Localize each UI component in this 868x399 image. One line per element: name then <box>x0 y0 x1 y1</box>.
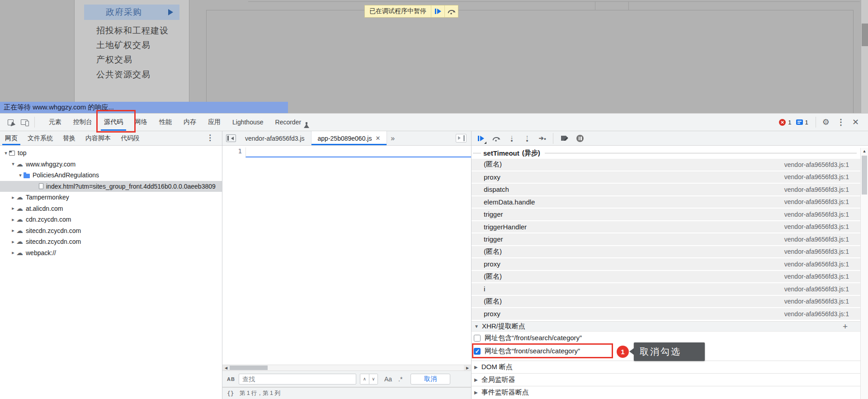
close-tab-icon[interactable]: ✕ <box>375 135 380 142</box>
menu-item[interactable]: 土地矿权交易 <box>96 38 187 52</box>
devtools-tab[interactable]: 内存 <box>178 114 202 131</box>
call-stack-frame[interactable]: proxy vendor-afa9656fd3.js:1 <box>472 171 860 183</box>
devtools-tab[interactable]: 性能 <box>153 114 178 131</box>
devtools-tab[interactable]: 元素 <box>43 114 67 131</box>
match-case-toggle[interactable]: Aa <box>384 375 392 383</box>
menu-item[interactable]: 公共资源交易 <box>96 67 187 82</box>
tree-expander-icon[interactable]: ▸ <box>10 228 16 233</box>
page-scrollbar-thumb[interactable] <box>862 24 868 46</box>
file-tree-row[interactable]: ▾ PoliciesAndRegulations <box>0 170 222 181</box>
tree-expander-icon[interactable]: ▸ <box>10 239 16 245</box>
call-stack-frame[interactable]: (匿名) vendor-afa9656fd3.js:1 <box>472 271 860 283</box>
frame-source-link[interactable]: vendor-afa9656fd3.js:1 <box>784 248 849 255</box>
frame-source-link[interactable]: vendor-afa9656fd3.js:1 <box>784 186 849 193</box>
frame-source-link[interactable]: vendor-afa9656fd3.js:1 <box>784 236 849 243</box>
frame-source-link[interactable]: vendor-afa9656fd3.js:1 <box>784 211 849 218</box>
xhr-breakpoints-header[interactable]: ▼ XHR/提取断点 + <box>472 321 860 332</box>
navigator-more-kebab-icon[interactable]: ⋮ <box>206 133 214 142</box>
resume-script-button[interactable] <box>475 133 487 144</box>
scroll-left-arrow-icon[interactable]: ◀ <box>222 365 230 370</box>
navigator-tab[interactable]: 内容脚本 <box>80 131 116 145</box>
inspect-element-button[interactable] <box>5 116 16 128</box>
step-over-button[interactable] <box>491 133 502 144</box>
frame-source-link[interactable]: vendor-afa9656fd3.js:1 <box>784 173 849 180</box>
pause-on-exceptions-button[interactable] <box>574 133 586 144</box>
breakpoint-checkbox[interactable] <box>474 335 481 342</box>
step-into-button[interactable]: ↓● <box>506 133 518 144</box>
frame-source-link[interactable]: vendor-afa9656fd3.js:1 <box>784 273 849 280</box>
breakpoint-section-header[interactable]: ▶ DOM 断点 <box>472 361 860 373</box>
scrollbar-thumb[interactable] <box>862 156 867 195</box>
menu-item[interactable]: 产权交易 <box>96 52 187 67</box>
find-next-icon[interactable]: ∨ <box>369 374 377 384</box>
collapse-navigator-icon[interactable] <box>226 134 236 142</box>
scroll-up-arrow-icon[interactable]: ▲ <box>861 149 868 153</box>
close-devtools-icon[interactable]: ✕ <box>852 117 859 127</box>
call-stack-frame[interactable]: i vendor-afa9656fd3.js:1 <box>472 283 860 295</box>
page-scrollbar[interactable] <box>861 0 868 113</box>
navigator-tab[interactable]: 替换 <box>58 131 80 145</box>
expand-debugger-icon[interactable] <box>456 134 467 142</box>
resume-script-button[interactable] <box>431 5 444 17</box>
call-stack-frame[interactable]: trigger vendor-afa9656fd3.js:1 <box>472 233 860 245</box>
debugger-scrollbar[interactable]: ▲ <box>860 148 868 399</box>
devtools-tab[interactable]: 应用 <box>202 114 226 131</box>
devtools-tab[interactable]: Lighthouse <box>226 114 269 131</box>
menu-item[interactable]: 招投标和工程建设 <box>96 24 187 38</box>
frame-source-link[interactable]: vendor-afa9656fd3.js:1 <box>784 198 849 205</box>
frame-source-link[interactable]: vendor-afa9656fd3.js:1 <box>784 310 849 318</box>
call-stack-frame[interactable]: (匿名) vendor-afa9656fd3.js:1 <box>472 296 860 308</box>
pretty-print-icon[interactable]: {} <box>227 390 234 397</box>
editor-file-tab[interactable]: app-25b089e060.js ✕ <box>311 131 387 145</box>
add-breakpoint-icon[interactable]: + <box>843 322 848 332</box>
frame-source-link[interactable]: vendor-afa9656fd3.js:1 <box>784 285 849 293</box>
settings-gear-icon[interactable]: ⚙ <box>822 117 830 127</box>
file-tree-row[interactable]: ▾ top <box>0 147 222 159</box>
devtools-tab[interactable]: Recorder <box>269 114 310 131</box>
file-tree-row[interactable]: ▾ www.whggzy.com <box>0 159 222 170</box>
editor-horizontal-scrollbar[interactable]: ◀ ▶ <box>222 365 471 371</box>
call-stack-frame[interactable]: triggerHandler vendor-afa9656fd3.js:1 <box>472 221 860 233</box>
devtools-tab[interactable]: 控制台 <box>67 114 98 131</box>
call-stack-frame[interactable]: dispatch vendor-afa9656fd3.js:1 <box>472 184 860 195</box>
call-stack-frame[interactable]: (匿名) vendor-afa9656fd3.js:1 <box>472 159 860 171</box>
step-button[interactable]: ➔● <box>537 133 548 144</box>
tree-expander-icon[interactable]: ▸ <box>10 205 16 211</box>
tree-expander-icon[interactable]: ▾ <box>17 172 24 178</box>
file-tree-row[interactable]: ▸ sitecdn.zcycdn.com <box>0 236 222 247</box>
find-input[interactable] <box>239 374 356 385</box>
find-previous-icon[interactable]: ∧ <box>360 374 369 384</box>
file-tree-row[interactable]: ▸ cdn.zcycdn.com <box>0 214 222 225</box>
frame-source-link[interactable]: vendor-afa9656fd3.js:1 <box>784 161 849 168</box>
tree-expander-icon[interactable]: ▸ <box>10 195 16 200</box>
call-stack-frame[interactable]: elemData.handle vendor-afa9656fd3.js:1 <box>472 196 860 208</box>
more-tabs-icon[interactable]: » <box>391 134 395 142</box>
file-tree-row[interactable]: ▸ at.alicdn.com <box>0 203 222 214</box>
frame-source-link[interactable]: vendor-afa9656fd3.js:1 <box>784 298 849 305</box>
step-over-button[interactable] <box>444 5 458 17</box>
scrollbar-thumb[interactable] <box>230 366 268 370</box>
cancel-button[interactable]: 取消 <box>410 374 450 385</box>
file-tree-row[interactable]: ▸ webpack:// <box>0 247 222 259</box>
device-toolbar-button[interactable] <box>18 116 30 128</box>
line-number-gutter[interactable]: 1 <box>222 147 245 157</box>
tree-expander-icon[interactable]: ▾ <box>3 150 9 156</box>
tree-expander-icon[interactable]: ▸ <box>10 217 16 223</box>
frame-source-link[interactable]: vendor-afa9656fd3.js:1 <box>784 223 849 230</box>
breakpoint-section-header[interactable]: ▶ 全局监听器 <box>472 373 860 386</box>
message-count-badge[interactable]: 1 <box>796 119 808 126</box>
more-options-kebab-icon[interactable]: ⋮ <box>837 117 845 127</box>
file-tree-row[interactable]: ▸ Tampermonkey <box>0 192 222 203</box>
file-tree-row[interactable]: index.html?utm=sites_group_front.4dd516b… <box>0 181 222 192</box>
tree-expander-icon[interactable]: ▾ <box>10 161 16 167</box>
call-stack-frame[interactable]: proxy vendor-afa9656fd3.js:1 <box>472 258 860 270</box>
call-stack-frame[interactable]: proxy vendor-afa9656fd3.js:1 <box>472 308 860 320</box>
call-stack-frame[interactable]: trigger vendor-afa9656fd3.js:1 <box>472 209 860 220</box>
frame-source-link[interactable]: vendor-afa9656fd3.js:1 <box>784 261 849 268</box>
tree-expander-icon[interactable]: ▸ <box>10 250 16 256</box>
deactivate-breakpoints-button[interactable] <box>559 133 571 144</box>
error-count-badge[interactable]: ✕ 1 <box>779 119 791 126</box>
navigator-tab[interactable]: 文件系统 <box>23 131 58 145</box>
file-tree-row[interactable]: ▸ sitecdn.zcycdn.com <box>0 225 222 237</box>
step-out-button[interactable]: ↑● <box>521 133 533 144</box>
